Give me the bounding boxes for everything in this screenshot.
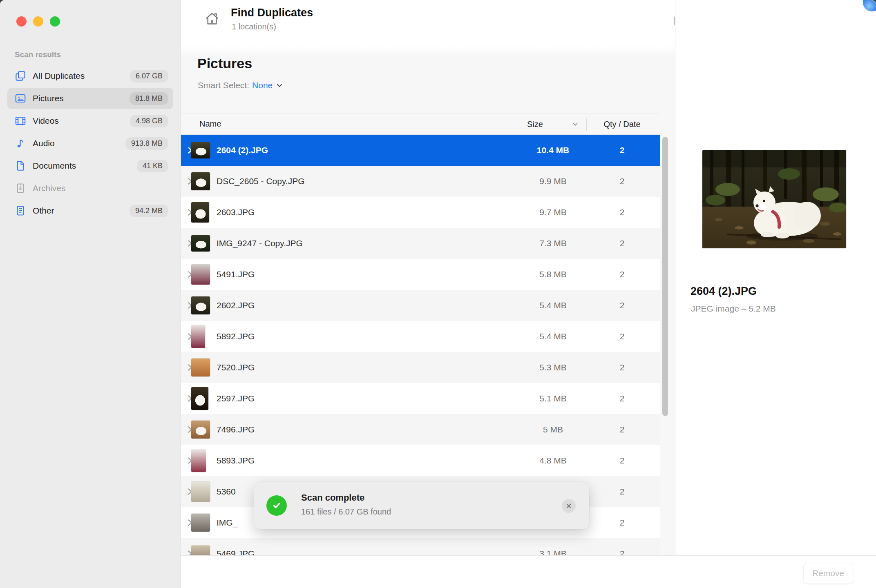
file-name: 5893.JPG <box>217 456 255 466</box>
table-row[interactable]: 2602.JPG5.4 MB2 <box>181 290 660 321</box>
column-header-size[interactable]: Size <box>520 114 586 134</box>
table-row[interactable]: 7496.JPG5 MB2 <box>181 414 660 445</box>
smart-select-value[interactable]: None <box>252 80 273 90</box>
column-divider <box>520 118 520 131</box>
table-row[interactable]: DSC_2605 - Copy.JPG9.9 MB2 <box>181 166 660 197</box>
file-qty: 2 <box>586 487 658 497</box>
file-name: 5469.JPG <box>217 549 255 555</box>
table-scrollbar[interactable] <box>662 137 668 416</box>
zoom-window-button[interactable] <box>50 16 60 27</box>
file-name: DSC_2605 - Copy.JPG <box>217 176 305 186</box>
sidebar-badge: 94.2 MB <box>130 205 168 217</box>
file-size: 9.7 MB <box>520 207 586 217</box>
success-check-icon <box>266 495 287 516</box>
sidebar-item-label: Pictures <box>33 94 64 103</box>
traffic-lights <box>16 16 60 27</box>
close-icon[interactable] <box>562 499 576 513</box>
table-row[interactable]: 5892.JPG5.4 MB2 <box>181 321 660 352</box>
column-header-name[interactable]: Name <box>199 119 221 129</box>
file-size: 9.9 MB <box>520 176 586 186</box>
sidebar-item-videos[interactable]: Videos4.98 GB <box>7 110 173 131</box>
file-thumbnail <box>191 264 210 285</box>
minimize-window-button[interactable] <box>33 16 43 27</box>
remove-button[interactable]: Remove <box>803 563 853 584</box>
detail-fileinfo: JPEG image – 5.2 MB <box>691 304 776 314</box>
file-qty: 2 <box>586 394 658 403</box>
detail-filename: 2604 (2).JPG <box>691 285 757 298</box>
file-name: 2597.JPG <box>217 394 255 403</box>
file-name: 5892.JPG <box>217 332 255 341</box>
file-size: 5.1 MB <box>520 394 586 403</box>
audio-icon <box>14 137 27 150</box>
sidebar-item-label: Documents <box>33 161 76 171</box>
file-thumbnail <box>191 514 210 532</box>
app-window: Scan results All Duplicates6.07 GBPictur… <box>0 0 876 588</box>
column-divider <box>586 118 587 131</box>
sidebar-item-other[interactable]: Other94.2 MB <box>7 200 173 221</box>
table-row[interactable]: 7520.JPG5.3 MB2 <box>181 352 660 383</box>
detail-panel: 2604 (2).JPG JPEG image – 5.2 MB <box>675 0 876 555</box>
chevron-down-icon[interactable] <box>275 81 284 89</box>
sidebar-section-label: Scan results <box>15 50 61 59</box>
file-thumbnail <box>191 546 210 555</box>
file-qty: 2 <box>586 518 658 528</box>
sidebar-badge: 6.07 GB <box>130 70 168 82</box>
sidebar-item-label: All Duplicates <box>33 71 85 81</box>
file-size: 3.1 MB <box>520 549 586 555</box>
file-qty: 2 <box>586 301 658 310</box>
table-row[interactable]: 2597.JPG5.1 MB2 <box>181 383 660 414</box>
home-icon[interactable] <box>203 10 221 28</box>
sidebar-badge: 4.98 GB <box>130 115 168 127</box>
sidebar-item-audio[interactable]: Audio913.8 MB <box>7 133 173 154</box>
table-row[interactable]: 2603.JPG9.7 MB2 <box>181 197 660 228</box>
sidebar: Scan results All Duplicates6.07 GBPictur… <box>0 0 181 588</box>
file-qty: 2 <box>586 549 658 555</box>
file-name: 2603.JPG <box>217 207 255 217</box>
table-row[interactable]: 5469.JPG3.1 MB2 <box>181 538 660 555</box>
image-preview <box>702 150 846 248</box>
documents-icon <box>14 159 27 172</box>
sidebar-item-label: Videos <box>33 116 59 126</box>
smart-select-label: Smart Select: <box>198 80 249 90</box>
file-size: 5.4 MB <box>520 301 586 310</box>
file-thumbnail <box>191 481 210 502</box>
file-name: 7520.JPG <box>217 363 255 372</box>
file-thumbnail <box>191 235 210 252</box>
file-name: IMG_ <box>217 518 237 528</box>
file-size: 5.3 MB <box>520 363 586 372</box>
pictures-icon <box>14 92 27 105</box>
table-row[interactable]: 5893.JPG4.8 MB2 <box>181 445 660 476</box>
file-thumbnail <box>191 325 205 348</box>
sidebar-badge: 81.8 MB <box>130 92 168 105</box>
file-qty: 2 <box>586 145 658 155</box>
file-qty: 2 <box>586 270 658 279</box>
table-row[interactable]: IMG_9247 - Copy.JPG7.3 MB2 <box>181 228 660 259</box>
sidebar-item-all-duplicates[interactable]: All Duplicates6.07 GB <box>7 65 173 87</box>
column-header-qty-date[interactable]: Qty / Date <box>586 114 658 134</box>
sidebar-item-label: Audio <box>33 138 55 148</box>
toast-title: Scan complete <box>301 492 364 503</box>
close-window-button[interactable] <box>16 16 27 27</box>
file-size: 4.8 MB <box>520 456 586 466</box>
sidebar-badge: 913.8 MB <box>125 137 168 150</box>
file-name: 5360 <box>217 487 236 497</box>
smart-select[interactable]: Smart Select: None <box>198 80 284 90</box>
videos-icon <box>14 114 27 127</box>
sidebar-item-pictures[interactable]: Pictures81.8 MB <box>7 88 173 109</box>
file-size: 10.4 MB <box>520 145 586 155</box>
sidebar-items: All Duplicates6.07 GBPictures81.8 MBVide… <box>7 65 173 223</box>
file-qty: 2 <box>586 456 658 466</box>
sidebar-item-archives[interactable]: Archives <box>7 178 173 199</box>
column-divider <box>658 118 658 131</box>
table-row[interactable]: 2604 (2).JPG10.4 MB2 <box>181 135 660 166</box>
file-thumbnail <box>191 387 208 410</box>
sidebar-item-label: Archives <box>33 183 66 193</box>
sidebar-item-documents[interactable]: Documents41 KB <box>7 155 173 176</box>
file-name: IMG_9247 - Copy.JPG <box>217 238 303 248</box>
file-qty: 2 <box>586 425 658 434</box>
file-name: 5491.JPG <box>217 270 255 279</box>
file-qty: 2 <box>586 363 658 372</box>
file-thumbnail <box>191 142 210 158</box>
table-row[interactable]: 5491.JPG5.8 MB2 <box>181 259 660 290</box>
file-size: 5.4 MB <box>520 332 586 341</box>
